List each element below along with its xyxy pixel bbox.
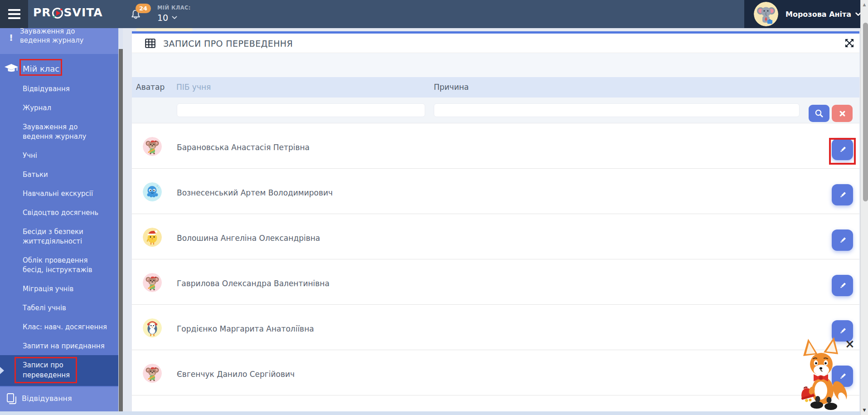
hamburger-menu-button[interactable] <box>0 0 28 28</box>
table-row-partial <box>132 395 859 411</box>
sidebar-item[interactable]: Відвідування <box>23 84 116 94</box>
sidebar-item[interactable]: Табелі учнів <box>23 303 116 313</box>
student-name: Волошина Ангеліна Олександрівна <box>177 234 320 243</box>
expand-arrows-icon <box>844 38 855 49</box>
x-icon <box>839 110 846 117</box>
search-button[interactable] <box>809 105 829 122</box>
magnifier-icon <box>815 109 824 118</box>
user-avatar <box>754 2 778 26</box>
sidebar-item-label: Відвідування <box>22 394 72 403</box>
page-scrollbar: ▲ ▼ <box>860 0 868 415</box>
sidebar-item[interactable]: Міграція учнів <box>23 284 116 294</box>
column-header-reason: Причина <box>434 83 469 92</box>
sidebar-item-transfer-records-selected[interactable]: Записи про переведення <box>0 355 118 386</box>
student-name: Вознесенський Артем Володимирович <box>177 188 333 197</box>
chevron-down-icon <box>172 16 177 20</box>
table-grid-icon <box>145 39 155 50</box>
table-row: Волошина Ангеліна Олександрівна <box>132 214 859 259</box>
hamburger-icon <box>8 9 20 11</box>
student-avatar <box>143 182 162 201</box>
background-decoration <box>136 28 193 31</box>
sidebar-item[interactable]: Запити на приєднання <box>23 342 116 351</box>
app-root: PR SVITA 24 МІЙ КЛАС: 10 <box>0 0 868 415</box>
table-row: Гордієнко Маргарита Анатоліївна <box>132 305 859 350</box>
table-row: Гаврилова Олександра Валентинівна <box>132 259 859 305</box>
pencil-icon <box>839 327 847 335</box>
app-logo[interactable]: PR SVITA <box>33 6 103 19</box>
student-name-filter-input[interactable] <box>177 103 425 117</box>
edit-record-button[interactable] <box>832 184 853 205</box>
table-header-row: Аватар ПІБ учня Причина <box>132 77 859 98</box>
sidebar-item[interactable]: Свідоцтво досягнень <box>23 208 116 218</box>
class-selector-value: 10 <box>157 13 168 23</box>
exclamation-icon: ! <box>9 32 13 43</box>
sidebar-item[interactable]: Учні <box>23 151 116 161</box>
page-scrollbar-thumb[interactable] <box>863 23 868 201</box>
pencil-icon <box>839 282 847 290</box>
card-spacer <box>132 53 859 77</box>
sidebar-item[interactable]: Зауваження до ведення журналу <box>23 122 116 142</box>
card-title-bar: ЗАПИСИ ПРО ПЕРЕВЕДЕННЯ <box>132 34 859 53</box>
sidebar-item-label: Записи про переведення <box>23 360 70 380</box>
pencil-icon <box>839 191 847 199</box>
edit-record-button[interactable] <box>832 139 853 160</box>
student-name: Гордієнко Маргарита Анатоліївна <box>177 324 314 333</box>
fullscreen-toggle-button[interactable] <box>844 38 855 50</box>
scroll-up-arrow-icon[interactable]: ▲ <box>861 2 868 7</box>
clear-filters-button[interactable] <box>832 105 853 122</box>
sidebar-item-attendance-bottom[interactable]: Відвідування <box>0 387 118 411</box>
sidebar-item-label: Зауваження до ведення журналу <box>20 27 83 45</box>
student-name: Барановська Анастасія Петрівна <box>177 143 310 152</box>
sidebar-item[interactable]: Журнал <box>23 103 116 113</box>
student-name: Євгенчук Данило Сергійович <box>177 370 295 379</box>
sidebar-section-my-class[interactable]: Мій клас <box>0 54 118 82</box>
fox-mascot <box>796 336 848 413</box>
student-avatar <box>143 364 162 383</box>
logo-text-right: SVITA <box>64 6 103 19</box>
table-row: Євгенчук Данило Сергійович <box>132 350 859 395</box>
sidebar-scrollbar <box>119 28 123 411</box>
sidebar-item-remarks-top[interactable]: ! Зауваження до ведення журналу <box>0 28 118 54</box>
play-circle-icon <box>52 7 63 19</box>
user-name: Морозова Аніта <box>786 10 851 19</box>
table-row: Барановська Анастасія Петрівна <box>132 123 859 169</box>
pencil-icon <box>839 236 847 244</box>
column-header-avatar: Аватар <box>136 83 165 92</box>
column-header-student-name[interactable]: ПІБ учня <box>176 83 211 92</box>
top-bar: PR SVITA 24 МІЙ КЛАС: 10 <box>0 0 868 28</box>
edit-record-button[interactable] <box>832 275 853 296</box>
notifications-count-badge: 24 <box>136 4 151 13</box>
student-avatar <box>143 273 162 292</box>
student-avatar <box>143 228 162 247</box>
close-mascot-icon[interactable]: × <box>845 338 855 350</box>
table-filter-row <box>132 98 859 123</box>
student-avatar <box>143 137 162 156</box>
sidebar: ! Зауваження до ведення журналу Мій клас… <box>0 28 118 411</box>
graduation-cap-icon <box>4 63 19 75</box>
sidebar-scrollbar-thumb[interactable] <box>119 49 123 411</box>
user-menu[interactable]: Морозова Аніта <box>744 0 860 28</box>
scroll-down-arrow-icon[interactable]: ▼ <box>861 408 868 412</box>
sidebar-menu: Відвідування Журнал Зауваження до веденн… <box>23 84 116 351</box>
sidebar-item[interactable]: Клас: навч. досягнення <box>23 322 116 332</box>
sidebar-item[interactable]: Облік проведення бесід, інструктажів <box>23 256 116 275</box>
logo-text-left: PR <box>33 6 51 19</box>
student-avatar <box>143 318 162 337</box>
class-selector[interactable]: МІЙ КЛАС: 10 <box>157 5 191 23</box>
student-name: Гаврилова Олександра Валентинівна <box>177 279 330 288</box>
page-title: ЗАПИСИ ПРО ПЕРЕВЕДЕННЯ <box>163 39 293 49</box>
class-selector-label: МІЙ КЛАС: <box>157 5 191 11</box>
active-item-arrow-icon <box>0 367 4 374</box>
reason-filter-input[interactable] <box>434 103 800 117</box>
pencil-icon <box>839 146 847 154</box>
student-rows: Барановська Анастасія Петрівна <box>132 123 859 395</box>
sidebar-item[interactable]: Навчальні екскурсії <box>23 189 116 199</box>
table-row: Вознесенський Артем Володимирович <box>132 169 859 214</box>
pages-icon <box>6 393 18 407</box>
edit-record-button[interactable] <box>832 229 853 251</box>
transfer-records-card: ЗАПИСИ ПРО ПЕРЕВЕДЕННЯ Аватар ПІБ учня П… <box>132 31 859 411</box>
sidebar-section-label: Мій клас <box>23 64 59 73</box>
sidebar-item[interactable]: Бесіди з безпеки життєдіяльності <box>23 227 116 246</box>
sidebar-item[interactable]: Батьки <box>23 170 116 180</box>
